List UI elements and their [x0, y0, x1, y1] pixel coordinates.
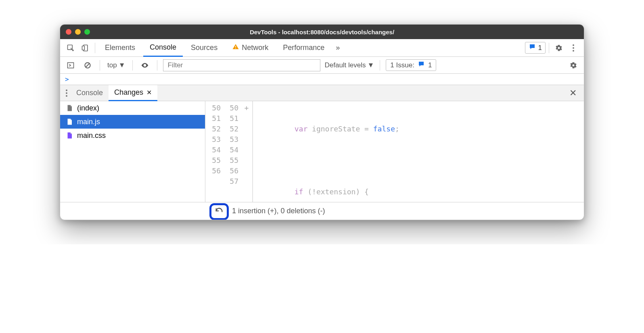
svg-rect-2: [82, 46, 85, 50]
device-toolbar-icon[interactable]: [79, 42, 92, 54]
main-tab-strip: Elements Console Sources Network Perform…: [60, 39, 584, 57]
tab-elements[interactable]: Elements: [98, 39, 142, 57]
separator: [549, 43, 549, 53]
file-label: main.js: [77, 118, 100, 126]
chevron-down-icon: ▼: [368, 61, 374, 69]
changed-files-list: (index) main.js main.css: [60, 101, 205, 202]
diff-view: 5051 5253 54 5556 5051 5253 5455 5657 +: [205, 101, 584, 202]
diff-summary: 1 insertion (+), 0 deletions (-): [232, 207, 325, 215]
code-line: var ignoreState = false;: [253, 124, 584, 134]
more-menu-icon[interactable]: [567, 42, 580, 54]
log-levels-dropdown[interactable]: Default levels ▼: [324, 61, 374, 69]
file-item-mainjs[interactable]: main.js: [60, 115, 205, 129]
inspect-element-icon[interactable]: [64, 42, 77, 54]
file-label: (index): [77, 104, 99, 112]
drawer-menu-icon[interactable]: [63, 89, 71, 97]
file-item-index[interactable]: (index): [60, 101, 205, 115]
devtools-window: DevTools - localhost:8080/docs/devtools/…: [60, 24, 584, 220]
separator: [380, 60, 380, 71]
console-settings-icon[interactable]: [567, 59, 580, 72]
separator: [100, 60, 100, 71]
tab-performance[interactable]: Performance: [276, 39, 331, 57]
changes-panel: (index) main.js main.css 5051 5253 54 55…: [60, 101, 584, 202]
undo-icon: [214, 207, 224, 216]
issue-icon: [418, 60, 425, 70]
chevron-down-icon: ▼: [119, 61, 125, 69]
line-gutter: 5051 5253 54 5556 5051 5253 5455 5657 +: [205, 101, 252, 202]
code-lines[interactable]: var ignoreState = false; if (!extension)…: [252, 101, 584, 202]
filter-input[interactable]: [163, 59, 320, 71]
diff-signs: +: [241, 101, 252, 202]
svg-rect-3: [235, 46, 236, 48]
warning-icon: [232, 43, 239, 52]
drawer-tab-strip: Console Changes ✕ ✕: [60, 85, 584, 101]
settings-icon[interactable]: [552, 42, 565, 54]
svg-rect-4: [235, 48, 236, 49]
separator: [132, 60, 133, 71]
tab-network[interactable]: Network: [226, 39, 275, 57]
file-label: main.css: [77, 131, 106, 140]
separator: [95, 43, 95, 53]
toggle-console-sidebar-icon[interactable]: [64, 59, 77, 72]
issue-icon: [529, 43, 536, 52]
context-dropdown[interactable]: top ▼: [106, 60, 127, 70]
clear-console-icon[interactable]: [81, 59, 94, 72]
changes-statusbar: 1 insertion (+), 0 deletions (-): [60, 202, 584, 220]
file-icon: [66, 117, 73, 126]
console-prompt[interactable]: >: [60, 74, 584, 85]
file-icon: [66, 104, 73, 112]
old-line-numbers: 5051 5253 54 5556: [205, 101, 223, 202]
live-expression-eye-icon[interactable]: [138, 59, 151, 72]
titlebar: DevTools - localhost:8080/docs/devtools/…: [60, 25, 584, 39]
close-tab-icon[interactable]: ✕: [146, 89, 152, 96]
issue-chip[interactable]: 1 Issue: 1: [386, 59, 436, 71]
more-tabs-icon[interactable]: »: [332, 44, 343, 52]
close-drawer-icon[interactable]: ✕: [565, 88, 581, 98]
new-line-numbers: 5051 5253 5455 5657: [223, 101, 241, 202]
revert-button[interactable]: [209, 203, 229, 220]
window-title: DevTools - localhost:8080/docs/devtools/…: [60, 29, 584, 35]
code-line: [253, 155, 584, 166]
issues-badge[interactable]: 1: [525, 42, 546, 54]
drawer-tab-console[interactable]: Console: [71, 85, 109, 101]
file-item-maincss[interactable]: main.css: [60, 129, 205, 142]
file-icon: [66, 131, 73, 140]
separator: [157, 60, 157, 71]
console-toolbar: top ▼ Default levels ▼ 1 Issue: 1: [60, 57, 584, 74]
drawer-tab-changes[interactable]: Changes ✕: [109, 85, 157, 101]
tab-console[interactable]: Console: [143, 39, 183, 57]
code-line: if (!extension) {: [253, 187, 584, 197]
tab-sources[interactable]: Sources: [184, 39, 224, 57]
